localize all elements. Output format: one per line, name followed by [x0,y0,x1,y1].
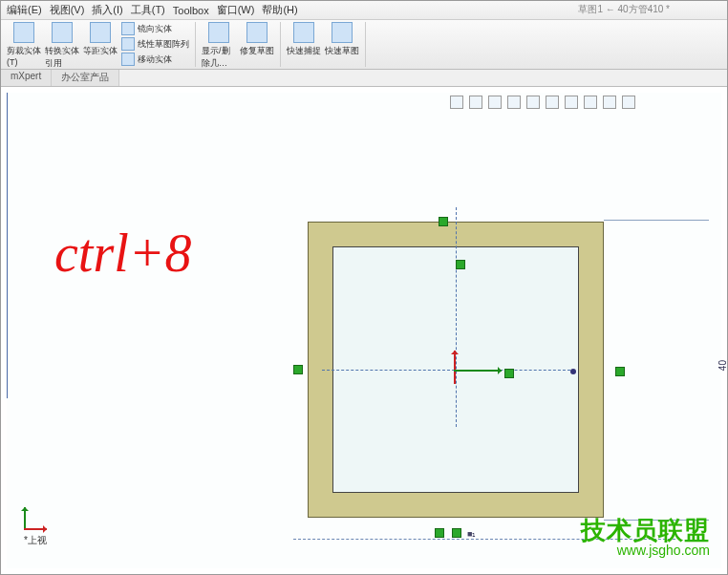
repair-label: 修复草图 [240,45,274,57]
tab-mxpert[interactable]: mXpert [1,70,52,86]
view-settings-icon[interactable] [622,96,635,109]
prev-view-icon[interactable] [488,96,502,109]
move-icon [121,53,135,66]
zoom-fit-icon[interactable] [450,96,463,109]
sketch-origin-triad [444,351,511,417]
scene-icon[interactable] [603,96,616,109]
move-label: 移动实体 [138,53,172,66]
quick-snap-button[interactable]: 快速捕捉 [287,22,321,57]
menu-tools[interactable]: 工具(T) [131,3,165,17]
sketch-relation-icon[interactable] [456,260,465,269]
convert-label: 转换实体引用 [45,45,79,70]
triad-y-axis-icon [24,507,26,530]
quick-snap-label: 快速捕捉 [287,45,321,57]
menu-view[interactable]: 视图(V) [50,3,85,17]
breadcrumb: 草图1 ← 40方管410 * [578,3,670,16]
menu-bar: 编辑(E) 视图(V) 插入(I) 工具(T) Toolbox 窗口(W) 帮助… [1,1,727,20]
dimension-value[interactable]: 40 [717,360,728,371]
ribbon-group-display: 显示/删除几… 修复草图 [202,22,281,67]
ribbon: 剪裁实体(T) 转换实体引用 等距实体 镜向实体 线性草图阵列 移动实体 显示/… [1,20,727,70]
display-delete-button[interactable]: 显示/删除几… [202,22,236,70]
rapid-sketch-label: 快速草图 [325,45,359,57]
rapid-sketch-icon [332,22,353,43]
triad-x-axis-icon [24,528,47,530]
mirror-button[interactable]: 镜向实体 [121,22,189,35]
convert-entities-button[interactable]: 转换实体引用 [45,22,79,70]
menu-toolbox[interactable]: Toolbox [173,5,209,16]
view-toolbar [450,96,635,109]
hide-show-icon[interactable] [565,96,578,109]
menu-help[interactable]: 帮助(H) [262,3,297,17]
repair-sketch-button[interactable]: 修复草图 [240,22,274,57]
display-style-icon[interactable] [546,96,559,109]
move-entities-button[interactable]: 移动实体 [121,53,189,66]
pattern-tools: 镜向实体 线性草图阵列 移动实体 [121,22,189,66]
menu-insert[interactable]: 插入(I) [92,3,122,17]
handwritten-annotation: ctrl+8 [54,226,192,280]
view-orientation-icon[interactable] [526,96,540,109]
section-view-icon[interactable] [507,96,521,109]
menu-edit[interactable]: 编辑(E) [7,3,42,17]
zoom-area-icon[interactable] [469,96,482,109]
sketch-relation-icon[interactable] [615,367,625,376]
linear-pattern-label: 线性草图阵列 [138,38,189,51]
watermark-title: 技术员联盟 [581,519,710,543]
linear-pattern-icon [121,37,135,51]
offset-icon [90,22,111,43]
convert-icon [52,22,73,43]
tab-office[interactable]: 办公室产品 [52,70,119,86]
sketch-relation-icon[interactable] [439,217,448,226]
quick-snap-icon [293,22,314,43]
command-manager-tabs: mXpert 办公室产品 [1,70,727,87]
relation-subscript: ■₁ [467,529,476,539]
appearance-icon[interactable] [584,96,597,109]
reference-triad [24,501,53,530]
mirror-label: 镜向实体 [138,23,172,35]
offset-entities-button[interactable]: 等距实体 [83,22,118,57]
construction-point[interactable] [570,369,576,374]
ribbon-group-snap: 快速捕捉 快速草图 [287,22,366,67]
watermark: 技术员联盟 www.jsgho.com [581,519,710,557]
trim-label: 剪裁实体(T) [7,45,41,67]
repair-icon [246,22,268,43]
view-orientation-label: *上视 [24,534,47,547]
trim-icon [13,22,34,43]
mirror-icon [121,22,135,35]
rapid-sketch-button[interactable]: 快速草图 [325,22,359,57]
graphics-area[interactable]: ctrl+8 ■₁ 40 *上视 技术员联盟 www.jsgho.com [7,93,721,568]
ribbon-group-sketch: 剪裁实体(T) 转换实体引用 等距实体 镜向实体 线性草图阵列 移动实体 [7,22,196,67]
trim-entities-button[interactable]: 剪裁实体(T) [7,22,41,67]
x-axis-icon [454,370,502,372]
linear-pattern-button[interactable]: 线性草图阵列 [121,37,189,51]
sketch-relation-icon[interactable] [435,528,444,538]
sketch-relation-icon[interactable] [293,365,303,374]
sketch-relation-icon[interactable] [504,369,514,378]
extension-line-top [604,220,709,221]
display-delete-icon [208,22,229,43]
offset-label: 等距实体 [83,45,118,57]
display-delete-label: 显示/删除几… [202,45,236,70]
dimension-line[interactable] [7,93,8,398]
watermark-url: www.jsgho.com [581,543,710,557]
menu-window[interactable]: 窗口(W) [217,3,255,17]
y-axis-icon [454,351,456,384]
sketch-relation-icon[interactable] [452,528,461,538]
